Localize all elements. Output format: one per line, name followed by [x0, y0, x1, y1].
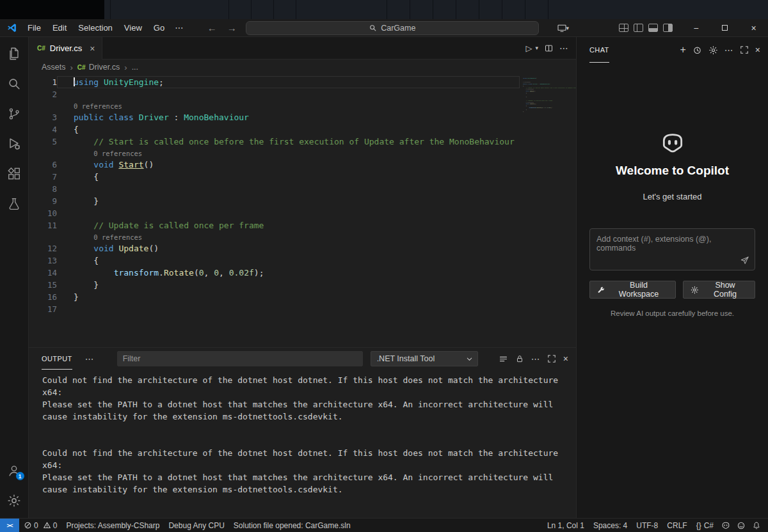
chat-close-icon[interactable]: × [755, 45, 760, 54]
status-item[interactable]: CRLF [662, 519, 691, 532]
run-debug-icon[interactable] [0, 129, 29, 159]
chat-settings-gear-icon[interactable] [708, 45, 718, 55]
chat-maximize-icon[interactable] [740, 45, 749, 54]
tab-output[interactable]: OUTPUT [42, 348, 72, 370]
customize-layout-icon[interactable]: ▾ [557, 23, 569, 33]
lock-scroll-icon[interactable] [515, 354, 524, 363]
code-line[interactable]: 6 void Start() [29, 159, 520, 171]
tab-chat[interactable]: CHAT [589, 37, 609, 63]
code-line[interactable]: 5 // Start is called once before the fir… [29, 136, 520, 148]
minimap[interactable]: 1using UnityEngine;20 references3public … [520, 75, 576, 347]
tab-driver-cs[interactable]: C# Driver.cs × [29, 37, 102, 59]
output-actions-icon[interactable] [499, 354, 508, 364]
remote-indicator[interactable]: >< [0, 519, 19, 532]
language-mode[interactable]: {} C# [692, 519, 718, 532]
code-line[interactable]: 8 [29, 183, 520, 195]
chat-input-box[interactable] [589, 228, 755, 270]
run-code-button[interactable]: ▷ [525, 43, 532, 53]
code-line[interactable]: 14 transform.Rotate(0, 0, 0.02f); [29, 267, 520, 279]
status-item[interactable]: UTF-8 [632, 519, 662, 532]
code-line[interactable]: 16} [29, 291, 520, 303]
chat-input[interactable] [590, 229, 755, 270]
code-line[interactable]: 10 [29, 207, 520, 219]
split-editor-icon[interactable] [544, 43, 554, 53]
layout-grid-icon[interactable] [619, 24, 628, 32]
accounts-icon[interactable]: 1 [0, 455, 29, 485]
menu-selection[interactable]: Selection [72, 21, 118, 35]
status-item[interactable]: Ln 1, Col 1 [543, 519, 589, 532]
background-window-strip [0, 0, 768, 19]
extensions-icon[interactable] [0, 159, 29, 189]
menu-edit[interactable]: Edit [47, 21, 72, 35]
explorer-icon[interactable] [0, 38, 29, 68]
warning-count: 0 [53, 521, 58, 530]
code-line[interactable]: 17 [29, 303, 520, 315]
code-line[interactable]: 4{ [29, 123, 520, 136]
new-chat-icon[interactable]: + [680, 45, 685, 55]
panel-more-actions-icon[interactable]: ⋯ [531, 354, 540, 364]
status-item[interactable]: Spaces: 4 [589, 519, 632, 532]
maximize-panel-icon[interactable] [547, 354, 556, 363]
status-item[interactable]: Projects: Assembly-CSharp [61, 519, 164, 532]
chat-history-icon[interactable] [692, 45, 702, 55]
feedback-smiley-icon[interactable] [733, 519, 749, 532]
codelens-row[interactable]: 0 references [29, 100, 520, 111]
output-channel-select[interactable]: .NET Install Tool [371, 351, 478, 366]
tab-close-icon[interactable]: × [90, 43, 95, 54]
code-line[interactable]: 9 } [29, 195, 520, 207]
status-item[interactable]: Debug Any CPU [164, 519, 228, 532]
line-number: 8 [29, 183, 57, 195]
source-control-icon[interactable] [0, 98, 29, 129]
breadcrumb-item[interactable]: ... [132, 63, 138, 72]
codelens-references[interactable]: 0 references [74, 102, 122, 110]
send-icon[interactable] [740, 256, 749, 265]
show-config-button[interactable]: Show Config [683, 281, 755, 299]
codelens-row[interactable]: 0 references [29, 231, 520, 242]
toggle-panel-icon[interactable] [648, 24, 658, 32]
minimize-button[interactable]: − [682, 19, 710, 37]
code-line[interactable]: 2 [29, 88, 520, 100]
code-editor[interactable]: 1using UnityEngine;20 references3public … [29, 75, 576, 347]
search-view-icon[interactable] [0, 68, 29, 98]
chat-header: CHAT + ⋯ × [577, 37, 768, 63]
toggle-primary-sidebar-icon[interactable] [634, 24, 643, 32]
problems-indicator[interactable]: 0 0 [19, 519, 61, 532]
build-workspace-button[interactable]: Build Workspace [589, 281, 676, 299]
code-line[interactable]: 15 } [29, 279, 520, 291]
close-window-button[interactable]: × [739, 19, 768, 37]
search-input[interactable]: CarGame [246, 21, 539, 35]
menu-file[interactable]: File [22, 21, 47, 35]
code-line[interactable]: 3public class Driver : MonoBehaviour [29, 111, 520, 123]
breadcrumb-item[interactable]: C#Driver.cs [77, 63, 120, 72]
output-filter-input[interactable] [117, 351, 363, 366]
code-line[interactable]: 12 void Update() [29, 242, 520, 254]
code-line[interactable]: 11 // Update is called once per frame [29, 219, 520, 231]
bell-icon[interactable] [749, 519, 764, 532]
run-dropdown-icon[interactable]: ▾ [535, 45, 538, 51]
back-icon[interactable]: ← [206, 22, 218, 33]
code-line[interactable]: 1using UnityEngine; [29, 76, 520, 88]
output-content[interactable]: Could not find the architecture of the d… [29, 370, 576, 518]
menu-view[interactable]: View [118, 21, 148, 35]
menu-more[interactable]: ⋯ [170, 21, 188, 35]
chat-panel: CHAT + ⋯ × [576, 37, 768, 518]
codelens-references[interactable]: 0 references [93, 150, 142, 157]
forward-icon[interactable]: → [226, 22, 238, 33]
codelens-references[interactable]: 0 references [93, 233, 142, 241]
status-item[interactable]: Solution file opened: CarGame.sln [229, 519, 355, 532]
maximize-button[interactable] [710, 19, 739, 37]
code-line[interactable]: 7 { [29, 171, 520, 183]
editor-more-actions-icon[interactable]: ⋯ [559, 43, 568, 53]
breadcrumb-item[interactable]: Assets [42, 63, 66, 72]
panel-more-tabs-icon[interactable]: ⋯ [85, 354, 94, 364]
code-line[interactable]: 13 { [29, 254, 520, 267]
minimap-content: 1using UnityEngine;20 references3public … [523, 77, 576, 114]
settings-gear-icon[interactable] [0, 485, 29, 515]
testing-icon[interactable] [0, 189, 29, 219]
codelens-row[interactable]: 0 references [29, 148, 520, 159]
toggle-secondary-sidebar-icon[interactable] [663, 24, 673, 32]
chat-more-actions-icon[interactable]: ⋯ [724, 45, 733, 54]
menu-go[interactable]: Go [148, 21, 170, 35]
close-panel-icon[interactable]: × [563, 354, 568, 363]
copilot-status-icon[interactable] [718, 519, 733, 532]
